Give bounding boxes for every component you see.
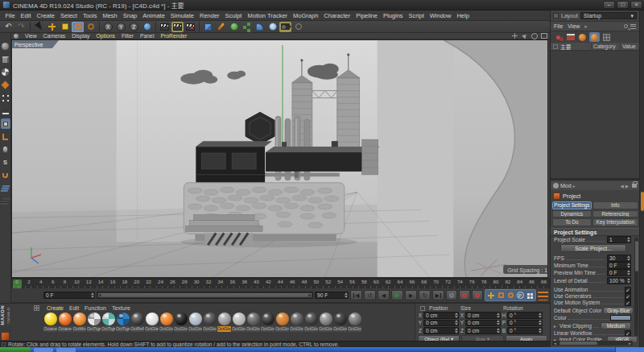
material-menu-item[interactable]: Create	[47, 305, 64, 311]
scale-tool-button[interactable]	[59, 22, 71, 32]
material-item[interactable]: Octane	[43, 313, 57, 332]
taskbar-item[interactable]	[34, 348, 53, 352]
position-y-input[interactable]: 0 cm	[423, 320, 459, 327]
play-backwards-button[interactable]: ↺	[364, 290, 376, 300]
spinner[interactable]	[496, 328, 500, 333]
take-sphere-active-button[interactable]	[589, 32, 600, 42]
material-sphere[interactable]	[349, 313, 361, 325]
default-object-color-select[interactable]: Gray-Blue	[603, 307, 634, 314]
material-item[interactable]: OctGlas	[145, 313, 159, 332]
frame-tick[interactable]: 20	[133, 279, 141, 284]
frame-tick[interactable]: 12	[85, 279, 93, 284]
maximize-button[interactable]: □	[617, 1, 629, 9]
material-name[interactable]: OctTige	[116, 326, 130, 332]
scroll-left-icon[interactable]: ◂	[552, 341, 558, 346]
size-z-input[interactable]: 0 cm	[465, 327, 501, 334]
spinner[interactable]	[454, 313, 458, 318]
material-item[interactable]: OctGlos	[261, 313, 275, 332]
frame-tick[interactable]: 38	[241, 279, 249, 284]
take-file-menu[interactable]: File	[554, 23, 563, 29]
lock-x-button[interactable]: X	[102, 22, 114, 32]
material-item[interactable]: OctGlos	[246, 313, 260, 332]
menu-item[interactable]: Snap	[120, 12, 140, 19]
menu-item[interactable]: File	[2, 12, 18, 19]
material-sphere[interactable]	[189, 313, 202, 325]
material-name[interactable]: OctGlos	[290, 326, 303, 332]
frame-tick[interactable]: 30	[192, 279, 200, 284]
material-name[interactable]: OctMix	[72, 326, 86, 332]
material-item[interactable]: OctGlos	[333, 313, 347, 332]
material-sphere[interactable]	[291, 313, 303, 325]
use-motion-system-checkbox[interactable]: ✓	[625, 300, 631, 306]
texture-mode-button[interactable]	[1, 67, 10, 77]
size-x-input[interactable]: 0 cm	[465, 312, 501, 319]
frame-tick[interactable]: 10	[72, 279, 80, 284]
attribute-hscrollbar[interactable]: ◂ ▸	[552, 341, 633, 346]
previous-frame-button[interactable]: ◀	[378, 290, 390, 300]
frame-tick[interactable]: 52	[324, 279, 332, 284]
autokey-button[interactable]	[459, 290, 470, 300]
material-sphere[interactable]	[88, 313, 101, 325]
frame-tick[interactable]: 64	[396, 279, 404, 284]
list-view-icon[interactable]	[630, 24, 636, 29]
make-editable-button[interactable]	[1, 41, 10, 52]
history-forward-icon[interactable]: ▶	[625, 184, 629, 188]
viewport-menu-item[interactable]: ProRender	[157, 33, 190, 39]
frame-tick[interactable]: 48	[300, 279, 308, 284]
search-icon[interactable]	[624, 24, 628, 28]
rotation-p-input[interactable]: 0 °	[507, 320, 543, 327]
material-menu-item[interactable]: Edit	[69, 305, 79, 311]
take-camera-button[interactable]	[565, 32, 576, 42]
position-x-input[interactable]: 0 cm	[423, 312, 459, 319]
take-checkbox[interactable]	[553, 44, 558, 49]
preview-range-slider[interactable]	[97, 292, 313, 299]
take-view-menu[interactable]: View	[568, 23, 580, 29]
frame-tick[interactable]: 0	[13, 279, 21, 284]
frame-tick[interactable]: 60	[372, 279, 380, 284]
frame-tick[interactable]: 2	[25, 279, 33, 284]
goto-end-button[interactable]: ▶	[432, 290, 444, 300]
material-name[interactable]: OctGlos	[246, 326, 260, 332]
viewport-menu-item[interactable]: Panel	[137, 33, 157, 39]
color-swatch[interactable]	[610, 315, 631, 321]
frame-tick[interactable]: 80	[492, 279, 500, 284]
spinner[interactable]	[90, 292, 94, 298]
menu-item[interactable]: Script	[406, 12, 427, 19]
frame-tick[interactable]: 84	[516, 279, 524, 284]
deformer-button[interactable]	[254, 22, 266, 32]
last-tool-button[interactable]	[85, 22, 97, 32]
frame-tick[interactable]: 22	[145, 279, 153, 284]
coordinate-system-button[interactable]	[141, 22, 153, 32]
material-name[interactable]: OctGlos	[217, 326, 231, 332]
taskbar-item[interactable]	[56, 348, 76, 352]
attribute-tab[interactable]: Info	[592, 201, 638, 209]
array-generator-button[interactable]	[241, 22, 253, 32]
rotate-view-icon[interactable]	[530, 33, 538, 39]
add-primitive-button[interactable]	[202, 22, 214, 32]
rotation-h-input[interactable]: 0 °	[507, 312, 543, 319]
lock-workplane-button[interactable]	[1, 196, 10, 206]
spinner[interactable]	[538, 313, 542, 318]
auto-take-button[interactable]	[577, 32, 588, 42]
redo-button[interactable]: ↷	[15, 22, 27, 32]
material-sphere[interactable]	[204, 313, 217, 325]
key-position-toggle[interactable]	[486, 290, 496, 300]
render-settings-button[interactable]	[171, 22, 184, 32]
take-main-column[interactable]: 主要	[560, 43, 591, 51]
frame-tick[interactable]: 82	[504, 279, 512, 284]
attribute-tab[interactable]: To Do	[552, 218, 592, 226]
take-value-column[interactable]: Value	[620, 43, 639, 49]
spinner[interactable]	[626, 278, 630, 284]
material-sphere[interactable]	[262, 313, 275, 325]
frame-tick[interactable]: 74	[456, 279, 464, 284]
lock-icon[interactable]	[632, 184, 637, 188]
material-item[interactable]: OctGlos	[159, 313, 173, 332]
material-sphere[interactable]	[247, 313, 260, 325]
material-item[interactable]: OctGlos	[304, 313, 318, 332]
material-item[interactable]: OctTige	[116, 313, 130, 332]
preview-min-time-input[interactable]: 0 F	[607, 269, 631, 276]
menu-item[interactable]: Mesh	[100, 12, 120, 19]
material-name[interactable]: OctGlos	[174, 326, 188, 332]
timeline-ruler[interactable]: 0246810121416182022242628303234363840424…	[11, 278, 550, 288]
fps-input[interactable]: 30	[607, 255, 631, 262]
